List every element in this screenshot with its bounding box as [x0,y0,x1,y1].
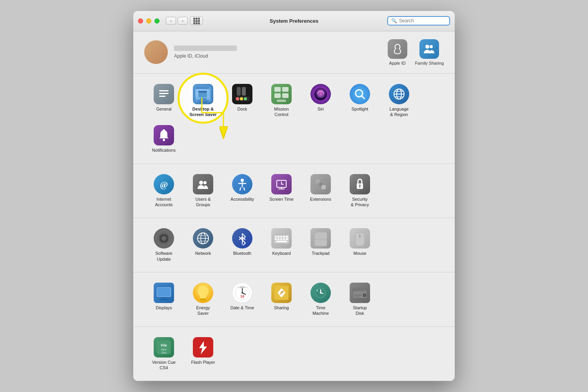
svg-rect-112 [353,288,367,291]
forward-button[interactable]: › [178,17,188,25]
svg-text:File: File [161,343,167,347]
svg-text:⇗: ⇗ [279,289,284,296]
network-label: Network [195,250,211,256]
pref-item-energy-saver[interactable]: EnergySaver [183,279,223,320]
svg-rect-4 [159,96,165,97]
pref-item-accessibility[interactable]: Accessibility [223,170,262,212]
svg-rect-76 [286,236,288,238]
minimize-button[interactable] [146,18,151,24]
pref-item-bluetooth[interactable]: Bluetooth [223,224,262,266]
svg-rect-19 [282,87,289,92]
close-button[interactable] [138,18,143,24]
users-groups-label: Users &Groups [195,196,211,208]
siri-icon [310,84,331,104]
pref-item-startup-disk[interactable]: StartupDisk [340,279,379,320]
svg-rect-21 [282,93,289,98]
svg-text:@: @ [160,180,168,189]
pref-item-notifications[interactable]: Notifications [144,121,183,157]
version-cue-label: Version CueCS4 [152,359,176,371]
search-icon: 🔍 [391,18,397,24]
pref-item-flash-player[interactable]: Flash Player [183,333,223,375]
pref-item-trackpad[interactable]: Trackpad [301,224,340,266]
mouse-label: Mouse [353,250,366,256]
trackpad-icon [310,228,331,249]
svg-rect-89 [161,298,167,299]
screen-time-label: Screen Time [269,196,294,202]
svg-rect-77 [275,238,277,240]
svg-point-42 [241,179,244,182]
sharing-label: Sharing [274,305,289,310]
pref-item-screen-time[interactable]: Screen Time [262,170,301,212]
notifications-label: Notifications [152,147,176,153]
pref-item-desktop-screensaver[interactable]: Desktop &Screen Saver [183,80,223,122]
time-machine-label: TimeMachine [312,305,329,316]
system-preferences-window: ‹ › System Preferences 🔍 Apple ID, iClou… [133,11,455,381]
pref-item-security-privacy[interactable]: Security& Privacy [340,170,379,212]
dock-label: Dock [237,106,247,112]
svg-point-35 [199,181,203,185]
section-system: Displays [133,272,455,327]
personal-icons-grid: General [144,80,444,157]
svg-rect-18 [274,87,281,92]
energy-saver-icon [193,283,213,303]
pref-item-siri[interactable]: Siri [301,80,340,122]
mouse-icon [350,228,370,249]
pref-item-mouse[interactable]: Mouse [340,224,379,266]
traffic-lights [138,18,160,24]
trackpad-label: Trackpad [312,250,329,256]
accessibility-label: Accessibility [230,196,254,202]
section-hardware: SoftwareUpdate [133,218,455,272]
time-machine-icon [310,283,331,303]
family-sharing-item[interactable]: Family Sharing [415,39,444,65]
grid-view-button[interactable] [190,16,203,25]
svg-rect-78 [278,238,279,240]
svg-point-0 [425,45,429,49]
pref-item-dock[interactable]: Dock [223,80,262,122]
spotlight-label: Spotlight [352,106,368,112]
pref-item-users-groups[interactable]: Users &Groups [183,170,223,212]
pref-item-date-time[interactable]: 18 APR Date & Time [223,279,262,320]
desktop-screensaver-icon [193,84,213,104]
startup-disk-label: StartupDisk [353,305,367,316]
svg-point-1 [430,45,433,48]
maximize-button[interactable] [154,18,160,24]
svg-rect-14 [242,87,246,96]
svg-point-16 [240,97,243,100]
svg-point-56 [162,236,166,241]
svg-rect-20 [274,93,281,98]
system-icons-grid: Displays [144,279,444,320]
bluetooth-icon [232,228,252,249]
pref-item-general[interactable]: General [144,80,183,122]
flash-player-icon [193,337,213,358]
apple-id-icon [388,39,407,59]
pref-item-keyboard[interactable]: Keyboard [262,224,301,266]
search-input[interactable] [399,18,446,24]
avatar [144,40,168,64]
back-button[interactable]: ‹ [166,17,176,25]
pref-item-extensions[interactable]: Extensions [301,170,340,212]
svg-rect-57 [163,231,165,234]
svg-rect-75 [283,236,285,238]
users-icons-grid: @ InternetAccounts [144,170,444,212]
pref-item-network[interactable]: Network [183,224,223,266]
svg-rect-2 [159,90,169,91]
pref-item-sharing[interactable]: ⇗ Sharing [262,279,301,320]
pref-item-software-update[interactable]: SoftwareUpdate [144,224,183,266]
search-box[interactable]: 🔍 [387,16,450,25]
language-region-label: Language& Region [390,106,409,118]
pref-item-mission-control[interactable]: MissionControl [262,80,301,122]
pref-item-spotlight[interactable]: Spotlight [340,80,379,122]
pref-item-version-cue[interactable]: File New One Version CueCS4 [144,333,183,375]
profile-section: Apple ID, iCloud Apple ID [133,31,455,74]
section-personal: General [133,74,455,164]
internet-accounts-icon: @ [154,174,174,194]
bluetooth-label: Bluetooth [233,250,251,256]
siri-label: Siri [318,106,324,112]
pref-item-displays[interactable]: Displays [144,279,183,320]
svg-point-24 [318,94,324,98]
mission-control-label: MissionControl [274,106,289,118]
pref-item-language-region[interactable]: Language& Region [379,80,419,122]
pref-item-internet-accounts[interactable]: @ InternetAccounts [144,170,183,212]
apple-id-item[interactable]: Apple ID [388,39,407,65]
pref-item-time-machine[interactable]: TimeMachine [301,279,340,320]
